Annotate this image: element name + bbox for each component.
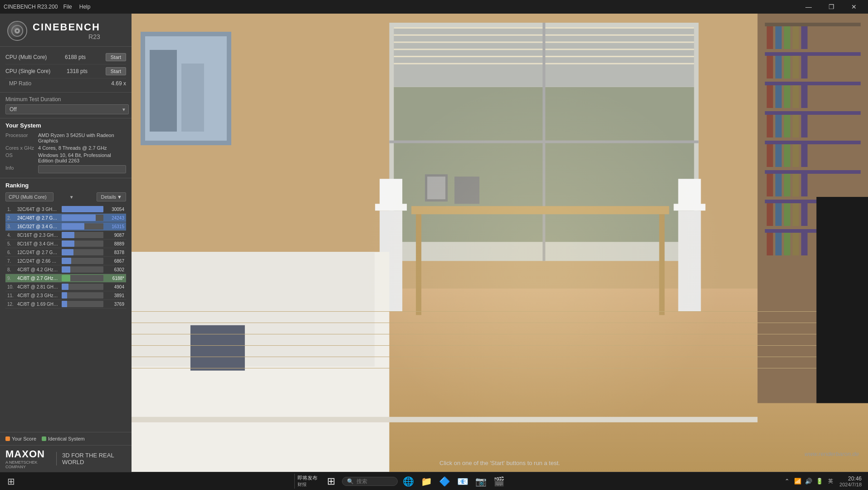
processor-row: Processor AMD Ryzen 3 5425U with Radeon … bbox=[5, 132, 126, 144]
rank-cpu-name: 4C/8T @ 2.7 GHz, AMD Ryzen 3 5425U with … bbox=[17, 276, 59, 281]
taskbar-app-item[interactable]: 即将发布 财报 bbox=[294, 474, 320, 489]
rank-score: 30054 bbox=[106, 207, 124, 212]
details-dropdown-icon: ▼ bbox=[117, 194, 122, 200]
single-core-row: CPU (Single Core) 1318 pts Start bbox=[5, 64, 126, 78]
rank-item: 3. 16C/32T @ 3.4 GHz, AMD Ryzen Threadri… bbox=[5, 222, 126, 231]
search-bar[interactable]: 🔍 bbox=[342, 477, 398, 486]
windows-icon[interactable]: ⊞ bbox=[324, 474, 338, 489]
maxon-tagline: 3D FOR THE REAL WORLD bbox=[56, 452, 126, 466]
rank-bar-bg bbox=[62, 275, 103, 281]
rank-score: 3769 bbox=[106, 302, 124, 307]
watermark: www.renderbaron.de bbox=[805, 451, 859, 457]
rank-cpu-name: 32C/64T @ 3 GHz, AMD Ryzen Threadripper … bbox=[17, 207, 59, 212]
rank-bar-fill bbox=[62, 284, 68, 290]
windows-start-button[interactable]: ⊞ bbox=[4, 474, 18, 489]
language-icon: 英 bbox=[826, 477, 835, 486]
mp-ratio-row: MP Ratio 4.69 x bbox=[5, 78, 126, 88]
render-canvas bbox=[132, 14, 868, 472]
rank-bar-fill bbox=[62, 275, 70, 281]
edge-icon[interactable]: 🔷 bbox=[438, 474, 452, 489]
mail-icon[interactable]: 📧 bbox=[456, 474, 470, 489]
rank-bar-fill bbox=[62, 301, 67, 307]
tray-up-arrow-icon[interactable]: ⌃ bbox=[782, 477, 791, 486]
logo-area: CINEBENCH R23 bbox=[0, 14, 132, 47]
rank-number: 7. bbox=[7, 259, 15, 264]
taskbar-app-name: 即将发布 bbox=[297, 475, 317, 481]
multi-core-label: CPU (Multi Core) bbox=[5, 54, 47, 60]
network-icon[interactable]: 📶 bbox=[793, 477, 802, 486]
maximize-button[interactable]: ❐ bbox=[821, 0, 842, 14]
rank-number: 8. bbox=[7, 267, 15, 272]
rank-score: 6188* bbox=[106, 276, 124, 281]
app-version: R23 bbox=[33, 33, 100, 40]
rank-number: 2. bbox=[7, 216, 15, 220]
rank-cpu-name: 8C/16T @ 2.3 GHz, Intel Core i9-9880H CP… bbox=[17, 233, 59, 238]
rank-item: 2. 24C/48T @ 2.7 GHz, Intel Xeon W-3265M… bbox=[5, 214, 126, 222]
rank-number: 5. bbox=[7, 241, 15, 246]
rank-number: 6. bbox=[7, 250, 15, 255]
details-button[interactable]: Details ▼ bbox=[97, 192, 126, 201]
your-score-legend: Your Score bbox=[5, 436, 36, 441]
identical-system-legend: Identical System bbox=[42, 436, 85, 441]
processor-value: AMD Ryzen 3 5425U with Radeon Graphics bbox=[38, 132, 126, 143]
single-core-value: 1318 pts bbox=[67, 68, 88, 74]
rank-cpu-name: 4C/8T @ 1.69 GHz, 11th Gen Intel Core i7… bbox=[17, 302, 59, 307]
rank-item: 10. 4C/8T @ 2.81 GHz, 11th Gen Intel Cor… bbox=[5, 283, 126, 291]
menu-file[interactable]: File bbox=[63, 4, 72, 10]
close-button[interactable]: ✕ bbox=[844, 0, 864, 14]
rank-cpu-name: 24C/48T @ 2.7 GHz, Intel Xeon W-3265M CP… bbox=[17, 216, 59, 220]
folder-icon[interactable]: 📁 bbox=[419, 474, 434, 489]
rank-cpu-name: 4C/8T @ 2.3 GHz, Intel Core i7-4850HQ CP… bbox=[17, 293, 59, 298]
system-section-title: Your System bbox=[5, 122, 126, 129]
start-hint: Click on one of the 'Start' buttons to r… bbox=[439, 460, 560, 466]
rank-item: 9. 4C/8T @ 2.7 GHz, AMD Ryzen 3 5425U wi… bbox=[5, 274, 126, 283]
rank-number: 11. bbox=[7, 293, 15, 298]
camera-icon[interactable]: 📷 bbox=[474, 474, 488, 489]
your-score-legend-label: Your Score bbox=[12, 436, 36, 441]
battery-icon[interactable]: 🔋 bbox=[815, 477, 824, 486]
rank-score: 6867 bbox=[106, 259, 124, 264]
cores-label: Cores x GHz bbox=[5, 145, 36, 151]
multi-core-start-button[interactable]: Start bbox=[106, 53, 126, 61]
os-value: Windows 10, 64 Bit, Professional Edition… bbox=[38, 152, 126, 163]
maxon-subtext: A NEMETSCHEK COMPANY bbox=[5, 460, 51, 469]
rank-bar-fill bbox=[62, 249, 73, 255]
dropdown-row: Off 10 min 20 min 30 min ▼ bbox=[5, 104, 126, 114]
sound-icon[interactable]: 🔊 bbox=[804, 477, 813, 486]
min-duration-dropdown[interactable]: Off 10 min 20 min 30 min bbox=[5, 104, 129, 114]
titlebar-menu: File Help bbox=[63, 4, 90, 10]
system-clock[interactable]: 20:46 2024/7/18 bbox=[837, 475, 864, 487]
your-score-dot bbox=[5, 436, 10, 441]
video-icon[interactable]: 🎬 bbox=[492, 474, 507, 489]
rank-cpu-name: 8C/16T @ 3.4 GHz, AMD Ryzen 7 1700X Eigh… bbox=[17, 241, 59, 246]
details-label: Details bbox=[101, 194, 116, 200]
rank-bar-bg bbox=[62, 258, 103, 264]
taskbar: ⊞ 即将发布 财报 ⊞ 🔍 🌐 📁 🔷 📧 📷 🎬 ⌃ 📶 🔊 🔋 英 20:4… bbox=[0, 472, 868, 490]
rank-item: 12. 4C/8T @ 1.69 GHz, 11th Gen Intel Cor… bbox=[5, 300, 126, 309]
maxon-wordmark: MAXON bbox=[5, 448, 51, 460]
rank-cpu-name: 4C/8T @ 2.81 GHz, 11th Gen Intel Core i7… bbox=[17, 284, 59, 289]
info-input[interactable] bbox=[38, 165, 126, 173]
maxon-logo-content: MAXON A NEMETSCHEK COMPANY bbox=[5, 448, 51, 469]
rank-bar-fill bbox=[62, 258, 71, 264]
browser-icon[interactable]: 🌐 bbox=[401, 474, 416, 489]
main-layout: CINEBENCH R23 CPU (Multi Core) 6188 pts … bbox=[0, 14, 868, 472]
menu-help[interactable]: Help bbox=[79, 4, 91, 10]
ranking-title: Ranking bbox=[5, 182, 126, 189]
single-core-start-button[interactable]: Start bbox=[106, 67, 126, 75]
app-title: CINEBENCH R23.200 bbox=[4, 4, 58, 10]
mp-ratio-value: 4.69 x bbox=[111, 80, 126, 87]
rank-bar-bg bbox=[62, 223, 103, 230]
svg-point-2 bbox=[16, 30, 18, 32]
minimize-button[interactable]: — bbox=[798, 0, 819, 14]
info-label: Info bbox=[5, 165, 36, 173]
search-input[interactable] bbox=[356, 478, 393, 485]
rank-bar-bg bbox=[62, 232, 103, 238]
rank-bar-bg bbox=[62, 215, 103, 221]
rank-bar-bg bbox=[62, 249, 103, 255]
rank-item: 7. 12C/24T @ 2.66 GHz, Intel Xeon CPU X5… bbox=[5, 257, 126, 265]
ranking-section: Ranking CPU (Multi Core) CPU (Single Cor… bbox=[0, 178, 132, 432]
ranking-type-dropdown[interactable]: CPU (Multi Core) CPU (Single Core) bbox=[5, 192, 54, 201]
rank-item: 1. 32C/64T @ 3 GHz, AMD Ryzen Threadripp… bbox=[5, 205, 126, 214]
info-row: Info bbox=[5, 164, 126, 174]
